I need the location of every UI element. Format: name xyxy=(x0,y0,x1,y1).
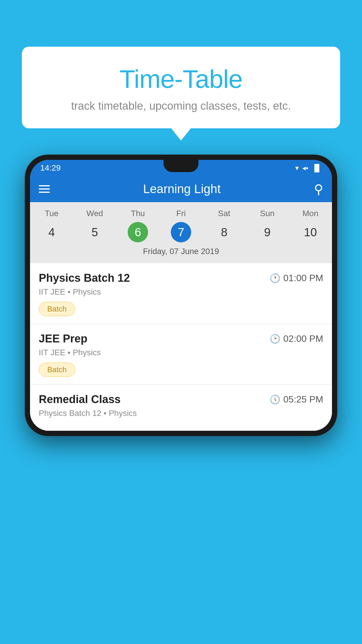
page-title: Time-Table xyxy=(36,64,326,94)
menu-line-3 xyxy=(39,192,50,193)
phone-screen: 14:29 ▾ ◂▪ ▐▌ Learning Light ⚲ xyxy=(30,160,332,431)
day-header-thu: Thu xyxy=(116,207,159,220)
schedule-subtitle-3: Physics Batch 12 • Physics xyxy=(39,409,323,418)
page-subtitle: track timetable, upcoming classes, tests… xyxy=(36,100,326,112)
clock-icon-2: 🕑 xyxy=(270,334,280,344)
wifi-icon: ▾ xyxy=(295,164,299,172)
menu-button[interactable] xyxy=(39,185,50,193)
day-7-selected[interactable]: 7 xyxy=(171,222,191,242)
status-time: 14:29 xyxy=(40,163,61,173)
day-header-sun: Sun xyxy=(246,207,289,220)
day-10[interactable]: 10 xyxy=(300,222,321,242)
day-9[interactable]: 9 xyxy=(257,222,277,242)
schedule-subtitle-1: IIT JEE • Physics xyxy=(39,287,323,297)
search-icon[interactable]: ⚲ xyxy=(314,182,323,197)
schedule-item-header-1: Physics Batch 12 🕐 01:00 PM xyxy=(39,272,323,284)
app-title: Learning Light xyxy=(143,182,221,196)
clock-icon-1: 🕐 xyxy=(270,273,280,283)
schedule-time-3: 🕔 05:25 PM xyxy=(270,394,323,405)
calendar-strip: Tue Wed Thu Fri Sat Sun Mon 4 5 6 7 8 9 … xyxy=(30,202,332,263)
day-header-fri: Fri xyxy=(159,207,203,220)
day-4[interactable]: 4 xyxy=(41,222,62,242)
schedule-item-header-2: JEE Prep 🕑 02:00 PM xyxy=(39,332,323,345)
schedule-time-value-1: 01:00 PM xyxy=(283,273,323,284)
clock-icon-3: 🕔 xyxy=(270,394,280,405)
speech-bubble: Time-Table track timetable, upcoming cla… xyxy=(22,47,340,128)
day-numbers: 4 5 6 7 8 9 10 xyxy=(30,222,332,242)
phone-container: 14:29 ▾ ◂▪ ▐▌ Learning Light ⚲ xyxy=(25,155,337,644)
day-header-tue: Tue xyxy=(30,207,73,220)
phone-frame: 14:29 ▾ ◂▪ ▐▌ Learning Light ⚲ xyxy=(25,155,337,436)
phone-notch xyxy=(164,160,198,172)
schedule-time-2: 🕑 02:00 PM xyxy=(270,333,323,344)
signal-icon: ◂▪ xyxy=(302,164,308,172)
batch-badge-1: Batch xyxy=(39,302,75,316)
schedule-container: Physics Batch 12 🕐 01:00 PM IIT JEE • Ph… xyxy=(30,263,332,431)
schedule-time-value-3: 05:25 PM xyxy=(283,394,323,405)
batch-badge-2: Batch xyxy=(39,363,75,377)
schedule-title-2: JEE Prep xyxy=(39,332,87,345)
day-header-wed: Wed xyxy=(73,207,116,220)
battery-icon: ▐▌ xyxy=(312,164,322,172)
speech-bubble-container: Time-Table track timetable, upcoming cla… xyxy=(22,47,340,128)
menu-line-1 xyxy=(39,185,50,186)
day-header-mon: Mon xyxy=(289,207,332,220)
schedule-title-1: Physics Batch 12 xyxy=(39,272,130,284)
schedule-time-1: 🕐 01:00 PM xyxy=(270,273,323,284)
schedule-item-2[interactable]: JEE Prep 🕑 02:00 PM IIT JEE • Physics Ba… xyxy=(30,324,332,384)
schedule-subtitle-2: IIT JEE • Physics xyxy=(39,348,323,357)
schedule-item-header-3: Remedial Class 🕔 05:25 PM xyxy=(39,393,323,406)
day-6-today[interactable]: 6 xyxy=(128,222,148,242)
selected-date: Friday, 07 June 2019 xyxy=(30,242,332,260)
day-header-sat: Sat xyxy=(203,207,246,220)
status-icons: ▾ ◂▪ ▐▌ xyxy=(295,164,322,172)
menu-line-2 xyxy=(39,188,50,190)
schedule-item-3[interactable]: Remedial Class 🕔 05:25 PM Physics Batch … xyxy=(30,384,332,431)
app-bar: Learning Light ⚲ xyxy=(30,176,332,202)
schedule-time-value-2: 02:00 PM xyxy=(283,333,323,344)
schedule-item-1[interactable]: Physics Batch 12 🕐 01:00 PM IIT JEE • Ph… xyxy=(30,263,332,324)
day-headers: Tue Wed Thu Fri Sat Sun Mon xyxy=(30,207,332,220)
schedule-title-3: Remedial Class xyxy=(39,393,121,406)
day-5[interactable]: 5 xyxy=(85,222,105,242)
day-8[interactable]: 8 xyxy=(214,222,234,242)
